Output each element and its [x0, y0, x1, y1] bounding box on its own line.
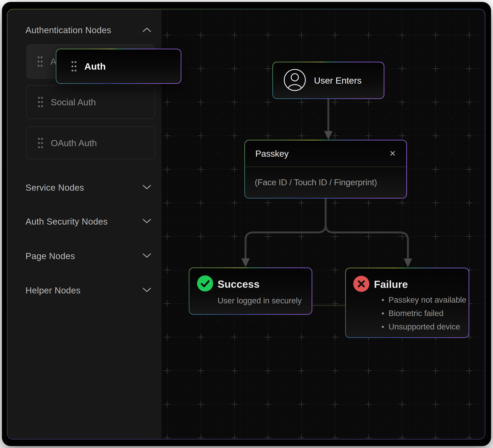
drag-ghost-auth[interactable]: Auth [56, 49, 181, 84]
flow-node-failure[interactable]: Failure • Passkey not available • Biomet… [345, 268, 469, 338]
bullet-icon: • [381, 295, 384, 305]
palette-item-label: Social Auth [51, 97, 96, 107]
flow-canvas[interactable]: User Enters Passkey ✕ (Face ID / Touch I… [162, 9, 485, 439]
x-icon [353, 276, 369, 292]
section-label: Page Nodes [25, 251, 75, 261]
palette-item-oauth-auth[interactable]: OAuth Auth [26, 126, 155, 159]
section-header-page-nodes[interactable]: Page Nodes [25, 250, 151, 262]
section-header-helper-nodes[interactable]: Helper Nodes [25, 284, 151, 297]
list-item: • Unsupported device [381, 320, 466, 333]
list-item-text: Biometric failed [389, 309, 444, 318]
node-title: Success [218, 278, 259, 290]
edge-passkey-to-failure [326, 198, 408, 259]
list-item-text: Passkey not available [389, 295, 466, 305]
chevron-down-icon [142, 219, 151, 224]
passkey-node-header: Passkey ✕ [245, 140, 406, 167]
arrowhead-icon [404, 259, 412, 267]
chevron-up-icon [142, 27, 151, 33]
palette-item-label: OAuth Auth [51, 138, 97, 148]
list-item-text: Unsupported device [389, 322, 460, 331]
failure-reasons-list: • Passkey not available • Biometric fail… [381, 293, 466, 333]
node-title: Failure [374, 278, 408, 290]
drag-handle-icon[interactable] [38, 137, 43, 149]
list-item: • Passkey not available [381, 293, 466, 307]
section-header-auth-security-nodes[interactable]: Auth Security Nodes [25, 215, 151, 228]
node-title: Passkey [255, 149, 289, 159]
drag-ghost-label: Auth [84, 61, 106, 72]
drag-handle-icon[interactable] [37, 56, 43, 67]
bullet-icon: • [381, 309, 384, 318]
section-header-service-nodes[interactable]: Service Nodes [25, 181, 151, 194]
flow-node-success[interactable]: Success User logged in securely [189, 267, 312, 315]
node-subtitle: (Face ID / Touch ID / Fingerprint) [255, 167, 377, 198]
node-title: User Enters [314, 75, 361, 86]
list-item: • Biometric failed [381, 307, 466, 320]
palette-item-social-auth[interactable]: Social Auth [26, 85, 155, 119]
section-header-authentication-nodes[interactable]: Authentication Nodes [25, 24, 151, 36]
arrowhead-icon [241, 258, 250, 267]
drag-handle-icon [71, 61, 77, 72]
section-label: Helper Nodes [25, 285, 80, 296]
section-label: Authentication Nodes [25, 25, 111, 35]
section-label: Auth Security Nodes [25, 216, 108, 227]
node-subtitle: User logged in securely [218, 295, 302, 306]
chevron-down-icon [142, 253, 151, 259]
user-icon [283, 69, 306, 92]
flow-node-passkey[interactable]: Passkey ✕ (Face ID / Touch ID / Fingerpr… [244, 140, 407, 198]
screenshot-stage: Authentication Nodes [0, 0, 493, 448]
chevron-down-icon [142, 287, 151, 293]
arrowhead-icon [324, 131, 333, 140]
check-icon [197, 276, 213, 291]
drag-handle-icon[interactable] [38, 96, 43, 108]
section-label: Service Nodes [25, 182, 84, 193]
bullet-icon: • [381, 322, 384, 331]
flow-node-user-enters[interactable]: User Enters [272, 62, 384, 99]
edge-passkey-to-success [246, 198, 326, 258]
app-window: Authentication Nodes [2, 2, 491, 446]
app-panel-border: Authentication Nodes [7, 9, 485, 440]
close-icon[interactable]: ✕ [389, 149, 396, 158]
chevron-down-icon [142, 185, 151, 190]
app-panel: Authentication Nodes [8, 9, 485, 439]
